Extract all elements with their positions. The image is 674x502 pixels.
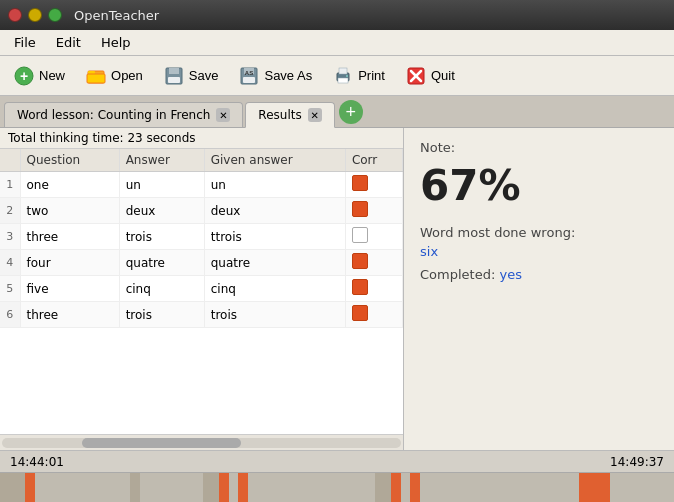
progress-segment	[229, 473, 239, 502]
svg-rect-6	[169, 68, 179, 74]
tab-results-label: Results	[258, 108, 301, 122]
col-given: Given answer	[204, 149, 345, 172]
col-answer: Answer	[119, 149, 204, 172]
table-row: 2twodeuxdeux	[0, 198, 403, 224]
left-panel: Total thinking time: 23 seconds Question…	[0, 128, 404, 450]
svg-rect-14	[338, 78, 348, 83]
row-num: 2	[0, 198, 20, 224]
row-answer: trois	[119, 224, 204, 250]
tab-lesson[interactable]: Word lesson: Counting in French ✕	[4, 102, 243, 127]
table-row: 3threetroisttrois	[0, 224, 403, 250]
tab-results-close[interactable]: ✕	[308, 108, 322, 122]
col-correct: Corr	[345, 149, 402, 172]
row-question: four	[20, 250, 119, 276]
menu-file[interactable]: File	[4, 33, 46, 52]
table-container[interactable]: Question Answer Given answer Corr 1oneun…	[0, 149, 403, 434]
save-button[interactable]: Save	[154, 60, 228, 92]
progress-segment	[420, 473, 579, 502]
tab-lesson-label: Word lesson: Counting in French	[17, 108, 210, 122]
svg-point-15	[346, 75, 348, 77]
row-answer: deux	[119, 198, 204, 224]
table-row: 4fourquatrequatre	[0, 250, 403, 276]
completed-label: Completed: yes	[420, 267, 658, 282]
new-icon: +	[13, 65, 35, 87]
progress-bar	[0, 472, 674, 502]
progress-segment	[140, 473, 204, 502]
progress-segment	[401, 473, 411, 502]
time-start: 14:44:01	[10, 455, 64, 469]
row-answer: trois	[119, 302, 204, 328]
menu-help[interactable]: Help	[91, 33, 141, 52]
progress-segment	[610, 473, 674, 502]
scrollbar-track[interactable]	[2, 438, 401, 448]
maximize-button[interactable]	[48, 8, 62, 22]
quit-label: Quit	[431, 68, 455, 83]
table-row: 5fivecinqcinq	[0, 276, 403, 302]
row-answer: cinq	[119, 276, 204, 302]
svg-rect-13	[339, 68, 347, 74]
correct-indicator	[352, 175, 368, 191]
progress-segment	[219, 473, 229, 502]
scrollbar-thumb[interactable]	[82, 438, 242, 448]
right-panel: Note: 67% Word most done wrong: six Comp…	[404, 128, 674, 450]
row-correct	[345, 198, 402, 224]
results-table: Question Answer Given answer Corr 1oneun…	[0, 149, 403, 328]
row-given: deux	[204, 198, 345, 224]
progress-segment	[410, 473, 420, 502]
row-question: three	[20, 302, 119, 328]
time-end: 14:49:37	[610, 455, 664, 469]
row-question: two	[20, 198, 119, 224]
quit-button[interactable]: Quit	[396, 60, 464, 92]
menubar: File Edit Help	[0, 30, 674, 56]
row-num: 1	[0, 172, 20, 198]
print-label: Print	[358, 68, 385, 83]
progress-segment	[375, 473, 391, 502]
correct-indicator	[352, 279, 368, 295]
progress-segment	[579, 473, 611, 502]
save-label: Save	[189, 68, 219, 83]
menu-edit[interactable]: Edit	[46, 33, 91, 52]
saveas-label: Save As	[264, 68, 312, 83]
new-button[interactable]: + New	[4, 60, 74, 92]
progress-segment	[391, 473, 401, 502]
minimize-button[interactable]	[28, 8, 42, 22]
row-correct	[345, 302, 402, 328]
tab-results[interactable]: Results ✕	[245, 102, 334, 128]
row-correct	[345, 250, 402, 276]
note-label: Note:	[420, 140, 658, 155]
close-button[interactable]	[8, 8, 22, 22]
save-icon	[163, 65, 185, 87]
score-pct: 67%	[420, 163, 658, 209]
row-num: 6	[0, 302, 20, 328]
wrong-word: six	[420, 244, 658, 259]
saveas-icon: AS	[238, 65, 260, 87]
tab-lesson-close[interactable]: ✕	[216, 108, 230, 122]
open-label: Open	[111, 68, 143, 83]
row-answer: un	[119, 172, 204, 198]
row-given: trois	[204, 302, 345, 328]
col-num	[0, 149, 20, 172]
quit-icon	[405, 65, 427, 87]
add-tab-button[interactable]: +	[339, 100, 363, 124]
progress-segment	[35, 473, 130, 502]
wrong-label: Word most done wrong:	[420, 225, 658, 240]
row-question: five	[20, 276, 119, 302]
row-question: one	[20, 172, 119, 198]
row-correct	[345, 172, 402, 198]
table-scrollbar[interactable]	[0, 434, 403, 450]
saveas-button[interactable]: AS Save As	[229, 60, 321, 92]
progress-segment	[203, 473, 219, 502]
open-button[interactable]: Open	[76, 60, 152, 92]
row-num: 4	[0, 250, 20, 276]
row-question: three	[20, 224, 119, 250]
svg-rect-7	[168, 77, 180, 83]
progress-segment	[248, 473, 375, 502]
progress-segment	[0, 473, 25, 502]
titlebar: OpenTeacher	[0, 0, 674, 30]
svg-text:+: +	[20, 68, 28, 84]
correct-indicator	[352, 227, 368, 243]
print-button[interactable]: Print	[323, 60, 394, 92]
tabs-bar: Word lesson: Counting in French ✕ Result…	[0, 96, 674, 128]
print-icon	[332, 65, 354, 87]
statusbar: 14:44:01 14:49:37	[0, 450, 674, 472]
